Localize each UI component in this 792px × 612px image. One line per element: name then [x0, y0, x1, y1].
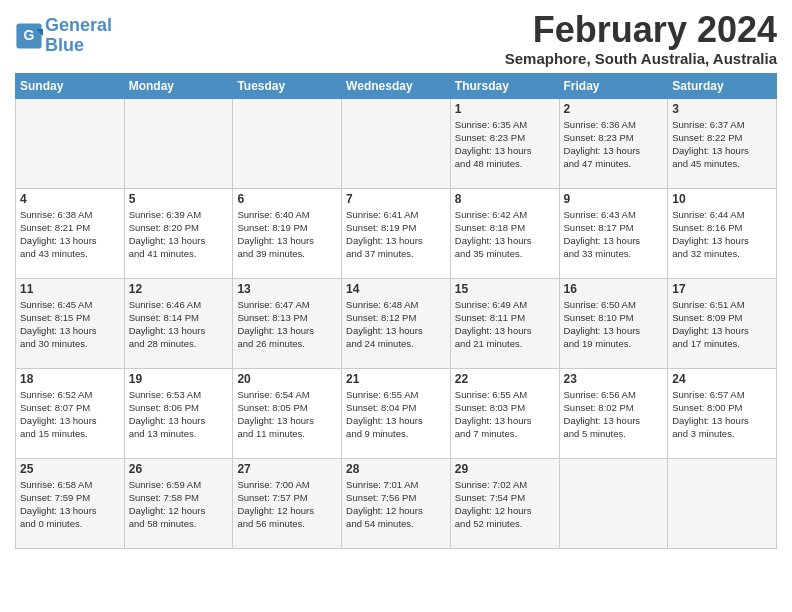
- day-info: Sunrise: 6:40 AM Sunset: 8:19 PM Dayligh…: [237, 208, 337, 261]
- day-number: 26: [129, 462, 229, 476]
- day-info: Sunrise: 6:37 AM Sunset: 8:22 PM Dayligh…: [672, 118, 772, 171]
- logo-line1: General: [45, 15, 112, 35]
- day-number: 17: [672, 282, 772, 296]
- calendar-cell: 6Sunrise: 6:40 AM Sunset: 8:19 PM Daylig…: [233, 188, 342, 278]
- day-info: Sunrise: 6:58 AM Sunset: 7:59 PM Dayligh…: [20, 478, 120, 531]
- page-header: G General Blue February 2024 Semaphore, …: [15, 10, 777, 67]
- day-number: 4: [20, 192, 120, 206]
- day-info: Sunrise: 6:57 AM Sunset: 8:00 PM Dayligh…: [672, 388, 772, 441]
- calendar-cell: 23Sunrise: 6:56 AM Sunset: 8:02 PM Dayli…: [559, 368, 668, 458]
- calendar-cell: 17Sunrise: 6:51 AM Sunset: 8:09 PM Dayli…: [668, 278, 777, 368]
- day-info: Sunrise: 6:46 AM Sunset: 8:14 PM Dayligh…: [129, 298, 229, 351]
- calendar-cell: [668, 458, 777, 548]
- day-info: Sunrise: 6:41 AM Sunset: 8:19 PM Dayligh…: [346, 208, 446, 261]
- day-info: Sunrise: 6:54 AM Sunset: 8:05 PM Dayligh…: [237, 388, 337, 441]
- day-info: Sunrise: 6:44 AM Sunset: 8:16 PM Dayligh…: [672, 208, 772, 261]
- calendar-cell: 5Sunrise: 6:39 AM Sunset: 8:20 PM Daylig…: [124, 188, 233, 278]
- day-header-thursday: Thursday: [450, 73, 559, 98]
- calendar-cell: [124, 98, 233, 188]
- day-info: Sunrise: 6:45 AM Sunset: 8:15 PM Dayligh…: [20, 298, 120, 351]
- calendar-cell: [16, 98, 125, 188]
- logo-text: General Blue: [45, 16, 112, 56]
- day-header-tuesday: Tuesday: [233, 73, 342, 98]
- calendar-cell: 26Sunrise: 6:59 AM Sunset: 7:58 PM Dayli…: [124, 458, 233, 548]
- calendar-week-5: 25Sunrise: 6:58 AM Sunset: 7:59 PM Dayli…: [16, 458, 777, 548]
- day-info: Sunrise: 7:00 AM Sunset: 7:57 PM Dayligh…: [237, 478, 337, 531]
- calendar-cell: 7Sunrise: 6:41 AM Sunset: 8:19 PM Daylig…: [342, 188, 451, 278]
- day-info: Sunrise: 7:02 AM Sunset: 7:54 PM Dayligh…: [455, 478, 555, 531]
- calendar-cell: 15Sunrise: 6:49 AM Sunset: 8:11 PM Dayli…: [450, 278, 559, 368]
- calendar-cell: 16Sunrise: 6:50 AM Sunset: 8:10 PM Dayli…: [559, 278, 668, 368]
- day-number: 20: [237, 372, 337, 386]
- day-number: 5: [129, 192, 229, 206]
- calendar-cell: 2Sunrise: 6:36 AM Sunset: 8:23 PM Daylig…: [559, 98, 668, 188]
- day-number: 12: [129, 282, 229, 296]
- calendar-cell: [559, 458, 668, 548]
- day-number: 11: [20, 282, 120, 296]
- day-header-wednesday: Wednesday: [342, 73, 451, 98]
- day-number: 25: [20, 462, 120, 476]
- day-info: Sunrise: 6:49 AM Sunset: 8:11 PM Dayligh…: [455, 298, 555, 351]
- calendar-week-3: 11Sunrise: 6:45 AM Sunset: 8:15 PM Dayli…: [16, 278, 777, 368]
- day-number: 9: [564, 192, 664, 206]
- day-number: 8: [455, 192, 555, 206]
- day-number: 10: [672, 192, 772, 206]
- calendar-cell: 24Sunrise: 6:57 AM Sunset: 8:00 PM Dayli…: [668, 368, 777, 458]
- day-info: Sunrise: 6:35 AM Sunset: 8:23 PM Dayligh…: [455, 118, 555, 171]
- day-info: Sunrise: 6:36 AM Sunset: 8:23 PM Dayligh…: [564, 118, 664, 171]
- logo-icon: G: [15, 22, 43, 50]
- calendar-cell: 20Sunrise: 6:54 AM Sunset: 8:05 PM Dayli…: [233, 368, 342, 458]
- calendar-cell: 1Sunrise: 6:35 AM Sunset: 8:23 PM Daylig…: [450, 98, 559, 188]
- day-number: 24: [672, 372, 772, 386]
- day-number: 7: [346, 192, 446, 206]
- calendar-week-2: 4Sunrise: 6:38 AM Sunset: 8:21 PM Daylig…: [16, 188, 777, 278]
- title-area: February 2024 Semaphore, South Australia…: [505, 10, 777, 67]
- day-number: 2: [564, 102, 664, 116]
- day-info: Sunrise: 6:53 AM Sunset: 8:06 PM Dayligh…: [129, 388, 229, 441]
- calendar-cell: 14Sunrise: 6:48 AM Sunset: 8:12 PM Dayli…: [342, 278, 451, 368]
- day-number: 27: [237, 462, 337, 476]
- calendar-cell: 29Sunrise: 7:02 AM Sunset: 7:54 PM Dayli…: [450, 458, 559, 548]
- day-info: Sunrise: 6:51 AM Sunset: 8:09 PM Dayligh…: [672, 298, 772, 351]
- day-number: 19: [129, 372, 229, 386]
- month-title: February 2024: [505, 10, 777, 50]
- calendar-cell: 28Sunrise: 7:01 AM Sunset: 7:56 PM Dayli…: [342, 458, 451, 548]
- day-number: 22: [455, 372, 555, 386]
- day-number: 1: [455, 102, 555, 116]
- calendar-cell: 11Sunrise: 6:45 AM Sunset: 8:15 PM Dayli…: [16, 278, 125, 368]
- day-header-sunday: Sunday: [16, 73, 125, 98]
- logo-line2: Blue: [45, 35, 84, 55]
- day-info: Sunrise: 6:42 AM Sunset: 8:18 PM Dayligh…: [455, 208, 555, 261]
- calendar-cell: 8Sunrise: 6:42 AM Sunset: 8:18 PM Daylig…: [450, 188, 559, 278]
- day-number: 3: [672, 102, 772, 116]
- day-number: 6: [237, 192, 337, 206]
- day-number: 18: [20, 372, 120, 386]
- calendar-cell: 19Sunrise: 6:53 AM Sunset: 8:06 PM Dayli…: [124, 368, 233, 458]
- day-number: 16: [564, 282, 664, 296]
- day-number: 15: [455, 282, 555, 296]
- calendar-cell: [342, 98, 451, 188]
- day-number: 28: [346, 462, 446, 476]
- calendar-cell: 9Sunrise: 6:43 AM Sunset: 8:17 PM Daylig…: [559, 188, 668, 278]
- day-info: Sunrise: 6:50 AM Sunset: 8:10 PM Dayligh…: [564, 298, 664, 351]
- day-info: Sunrise: 6:48 AM Sunset: 8:12 PM Dayligh…: [346, 298, 446, 351]
- day-info: Sunrise: 6:38 AM Sunset: 8:21 PM Dayligh…: [20, 208, 120, 261]
- calendar-cell: [233, 98, 342, 188]
- calendar-cell: 25Sunrise: 6:58 AM Sunset: 7:59 PM Dayli…: [16, 458, 125, 548]
- day-info: Sunrise: 6:43 AM Sunset: 8:17 PM Dayligh…: [564, 208, 664, 261]
- day-number: 21: [346, 372, 446, 386]
- day-info: Sunrise: 6:55 AM Sunset: 8:04 PM Dayligh…: [346, 388, 446, 441]
- day-number: 14: [346, 282, 446, 296]
- calendar-cell: 3Sunrise: 6:37 AM Sunset: 8:22 PM Daylig…: [668, 98, 777, 188]
- calendar-cell: 10Sunrise: 6:44 AM Sunset: 8:16 PM Dayli…: [668, 188, 777, 278]
- day-info: Sunrise: 6:47 AM Sunset: 8:13 PM Dayligh…: [237, 298, 337, 351]
- location-subtitle: Semaphore, South Australia, Australia: [505, 50, 777, 67]
- calendar-week-1: 1Sunrise: 6:35 AM Sunset: 8:23 PM Daylig…: [16, 98, 777, 188]
- day-header-friday: Friday: [559, 73, 668, 98]
- day-number: 23: [564, 372, 664, 386]
- calendar-cell: 27Sunrise: 7:00 AM Sunset: 7:57 PM Dayli…: [233, 458, 342, 548]
- svg-text:G: G: [24, 27, 35, 43]
- day-info: Sunrise: 6:59 AM Sunset: 7:58 PM Dayligh…: [129, 478, 229, 531]
- calendar-cell: 12Sunrise: 6:46 AM Sunset: 8:14 PM Dayli…: [124, 278, 233, 368]
- day-info: Sunrise: 7:01 AM Sunset: 7:56 PM Dayligh…: [346, 478, 446, 531]
